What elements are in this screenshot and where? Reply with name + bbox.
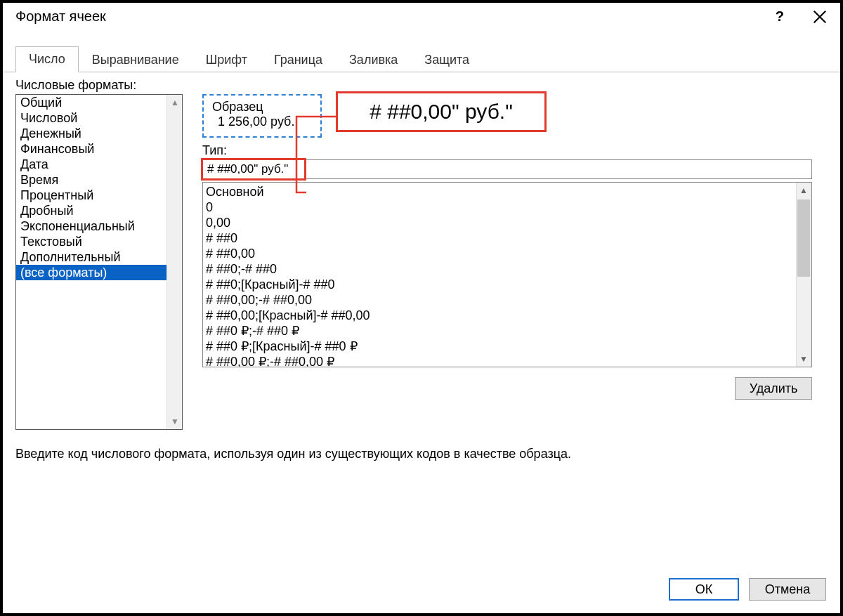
list-item[interactable]: # ##0 ₽;-# ##0 ₽ <box>206 323 809 339</box>
help-icon[interactable]: ? <box>776 8 784 25</box>
list-item[interactable]: Дополнительный <box>16 249 182 265</box>
category-listbox[interactable]: Общий Числовой Денежный Финансовый Дата … <box>15 94 183 430</box>
chevron-down-icon[interactable]: ▼ <box>167 414 183 429</box>
chevron-up-icon[interactable]: ▲ <box>167 95 183 110</box>
type-input[interactable] <box>202 159 812 179</box>
tab-border[interactable]: Граница <box>261 47 336 72</box>
sample-value: 1 256,00 руб. <box>212 114 312 129</box>
titlebar: Формат ячеек ? <box>3 3 840 27</box>
delete-button[interactable]: Удалить <box>735 377 812 400</box>
sample-label: Образец <box>212 100 312 114</box>
ok-button[interactable]: ОК <box>669 578 739 601</box>
callout-format-code: # ##0,00" руб." <box>336 91 547 132</box>
list-item[interactable]: Общий <box>16 95 182 110</box>
list-item[interactable]: # ##0,00 ₽;-# ##0,00 ₽ <box>206 354 809 367</box>
chevron-down-icon[interactable]: ▼ <box>796 351 811 367</box>
dialog-title: Формат ячеек <box>15 8 106 25</box>
hint-text: Введите код числового формата, используя… <box>15 447 828 461</box>
list-item[interactable]: # ##0 ₽;[Красный]-# ##0 ₽ <box>206 339 809 354</box>
tab-font[interactable]: Шрифт <box>192 47 261 72</box>
list-item[interactable]: Процентный <box>16 188 182 203</box>
list-item[interactable]: # ##0;-# ##0 <box>206 261 809 277</box>
callout-text: # ##0,00" руб." <box>370 100 513 124</box>
list-item[interactable]: # ##0,00;[Красный]-# ##0,00 <box>206 308 809 323</box>
list-item[interactable]: (все форматы) <box>16 265 182 280</box>
dialog-format-cells: Формат ячеек ? Число Выравнивание Шрифт … <box>0 0 843 616</box>
list-item[interactable]: Дробный <box>16 203 182 218</box>
tab-number[interactable]: Число <box>15 46 79 72</box>
scrollbar[interactable]: ▲ ▼ <box>796 183 811 367</box>
list-item[interactable]: # ##0;[Красный]-# ##0 <box>206 277 809 292</box>
list-item[interactable]: Финансовый <box>16 141 182 157</box>
list-item[interactable]: Дата <box>16 157 182 172</box>
scrollbar-thumb[interactable] <box>797 199 810 277</box>
list-item[interactable]: # ##0 <box>206 230 809 246</box>
list-item[interactable]: 0 <box>206 199 809 215</box>
list-item[interactable]: 0,00 <box>206 215 809 230</box>
tab-protection[interactable]: Защита <box>411 47 483 72</box>
list-item[interactable]: # ##0,00 <box>206 246 809 261</box>
list-item[interactable]: # ##0,00;-# ##0,00 <box>206 292 809 308</box>
tabstrip: Число Выравнивание Шрифт Граница Заливка… <box>3 27 840 72</box>
type-label: Тип: <box>202 143 828 158</box>
list-item[interactable]: Денежный <box>16 126 182 141</box>
type-listbox[interactable]: Основной 0 0,00 # ##0 # ##0,00 # ##0;-# … <box>202 182 812 367</box>
list-item[interactable]: Числовой <box>16 110 182 126</box>
chevron-up-icon[interactable]: ▲ <box>796 183 811 198</box>
cancel-button[interactable]: Отмена <box>749 578 826 601</box>
scrollbar[interactable]: ▲ ▼ <box>166 95 182 429</box>
list-item[interactable]: Текстовый <box>16 234 182 249</box>
list-item[interactable]: Время <box>16 172 182 188</box>
formats-label: Числовые форматы: <box>15 78 828 93</box>
list-item[interactable]: Экспоненциальный <box>16 218 182 234</box>
sample-box: Образец 1 256,00 руб. <box>202 94 322 138</box>
tab-fill[interactable]: Заливка <box>336 47 411 72</box>
close-icon[interactable] <box>812 9 828 25</box>
dialog-footer: ОК Отмена <box>669 578 826 601</box>
list-item[interactable]: Основной <box>206 184 809 199</box>
tab-alignment[interactable]: Выравнивание <box>79 47 192 72</box>
